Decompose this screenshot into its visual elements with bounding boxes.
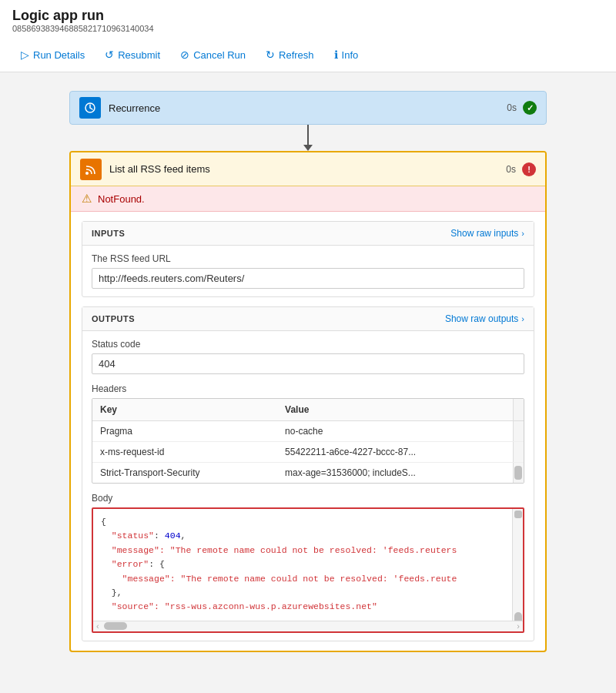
bottom-scrollbar: ‹ ›: [93, 621, 523, 631]
status-code-label: Status code: [92, 339, 524, 350]
headers-label: Headers: [92, 383, 524, 394]
page-title: Logic app run: [12, 8, 604, 24]
header-val-3: max-age=31536000; includeS...: [277, 463, 513, 484]
table-row: Strict-Transport-Security max-age=315360…: [92, 463, 524, 484]
recurrence-icon: [79, 97, 101, 119]
rss-time: 0s: [506, 164, 516, 175]
page-subtitle: 085869383946885821710963140034: [12, 24, 604, 33]
info-icon: ℹ: [334, 49, 338, 61]
warning-icon: ⚠: [82, 192, 92, 206]
header-key-2: x-ms-request-id: [92, 442, 277, 463]
json-content: { "status": 404, "message": "The remote …: [93, 509, 523, 621]
error-banner: ⚠ NotFound.: [71, 186, 545, 212]
refresh-icon: ↻: [266, 49, 275, 61]
header-key-1: Pragma: [92, 421, 277, 442]
svg-point-1: [85, 172, 89, 175]
body-label: Body: [92, 493, 524, 504]
chevron-right-icon-2: ›: [521, 314, 524, 323]
rss-status: !: [522, 162, 536, 176]
recurrence-status: ✓: [523, 101, 537, 115]
inputs-body: The RSS feed URL http://feeds.reuters.co…: [82, 246, 534, 296]
run-details-button[interactable]: ▷ Run Details: [12, 44, 93, 65]
inputs-header: INPUTS Show raw inputs ›: [82, 222, 534, 246]
table-row: Pragma no-cache: [92, 421, 524, 442]
outputs-section: OUTPUTS Show raw outputs › Status code 4…: [82, 306, 534, 641]
body-json-container: { "status": 404, "message": "The remote …: [92, 507, 524, 633]
col-key: Key: [92, 399, 277, 421]
col-value: Value: [277, 399, 513, 421]
error-message: NotFound.: [98, 193, 145, 205]
cancel-icon: ⊘: [180, 49, 189, 61]
show-raw-outputs-link[interactable]: Show raw outputs ›: [445, 313, 524, 324]
cancel-run-button[interactable]: ⊘ Cancel Run: [172, 44, 254, 65]
headers-table-container: Key Value Pragma no-cache: [92, 398, 524, 484]
rss-icon: [80, 159, 102, 180]
status-code-value: 404: [92, 353, 524, 374]
run-details-icon: ▷: [21, 49, 29, 61]
resubmit-button[interactable]: ↺ Resubmit: [96, 44, 169, 65]
flow-container: Recurrence 0s ✓ List all RSS feed items: [31, 91, 585, 652]
rss-block[interactable]: List all RSS feed items 0s ! ⚠ NotFound.…: [69, 151, 547, 652]
outputs-body: Status code 404 Headers Key Value: [82, 331, 534, 641]
rss-body: INPUTS Show raw inputs › The RSS feed UR…: [71, 212, 545, 651]
rss-url-label: The RSS feed URL: [92, 253, 524, 264]
header-val-1: no-cache: [277, 421, 513, 442]
refresh-button[interactable]: ↻ Refresh: [257, 44, 323, 65]
rss-url-value: http://feeds.reuters.com/Reuters/: [92, 268, 524, 289]
header-val-2: 55422211-a6ce-4227-bccc-87...: [277, 442, 513, 463]
toolbar: ▷ Run Details ↺ Resubmit ⊘ Cancel Run ↻ …: [12, 39, 604, 72]
resubmit-icon: ↺: [105, 49, 114, 61]
header-key-3: Strict-Transport-Security: [92, 463, 277, 484]
recurrence-label: Recurrence: [109, 102, 507, 114]
outputs-title: OUTPUTS: [92, 314, 135, 323]
rss-header: List all RSS feed items 0s !: [71, 152, 545, 186]
recurrence-time: 0s: [507, 102, 517, 113]
body-scrollbar: [512, 509, 523, 631]
inputs-section: INPUTS Show raw inputs › The RSS feed UR…: [82, 221, 534, 297]
rss-label: List all RSS feed items: [109, 163, 506, 175]
show-raw-inputs-link[interactable]: Show raw inputs ›: [450, 228, 524, 239]
chevron-right-icon: ›: [521, 229, 524, 238]
inputs-title: INPUTS: [92, 229, 125, 238]
canvas-area: Recurrence 0s ✓ List all RSS feed items: [0, 72, 616, 693]
headers-table: Key Value Pragma no-cache: [92, 399, 524, 483]
table-row: x-ms-request-id 55422211-a6ce-4227-bccc-…: [92, 442, 524, 463]
recurrence-block[interactable]: Recurrence 0s ✓: [69, 91, 547, 125]
info-button[interactable]: ℹ Info: [326, 44, 367, 65]
outputs-header: OUTPUTS Show raw outputs ›: [82, 307, 534, 331]
